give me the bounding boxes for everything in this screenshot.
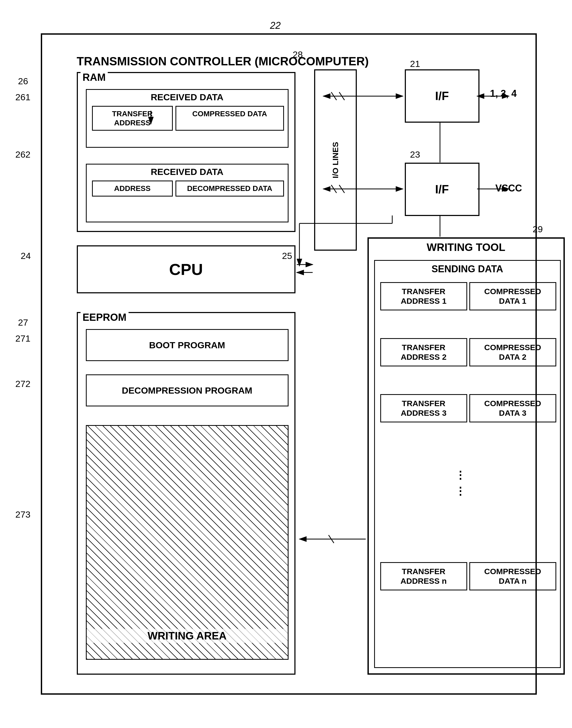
transfer-address-n-cell: TRANSFER ADDRESS n — [380, 562, 467, 590]
decomp-program-label: DECOMPRESSION PROGRAM — [122, 385, 252, 396]
data-row-1: TRANSFER ADDRESS 1 COMPRESSED DATA 1 — [380, 282, 556, 310]
writing-area-hatch — [87, 426, 288, 659]
ref-261: 261 — [15, 92, 31, 102]
ref-24: 24 — [21, 251, 31, 261]
if-label-23: I/F — [435, 183, 449, 196]
decomp-program-box: DECOMPRESSION PROGRAM — [86, 374, 289, 407]
eeprom-label: EEPROM — [80, 312, 129, 323]
transfer-address-2-cell: TRANSFER ADDRESS 2 — [380, 338, 467, 366]
ref-29: 29 — [533, 224, 543, 234]
compressed-data-3-cell: COMPRESSED DATA 3 — [469, 394, 556, 422]
sending-data-label: SENDING DATA — [375, 264, 560, 275]
diagram-page: 22 TRANSMISSION CONTROLLER (MICROCOMPUTE… — [19, 17, 553, 711]
ref-273: 273 — [15, 509, 31, 520]
compressed-data-box: COMPRESSED DATA — [175, 106, 284, 131]
received-data-2-inner: ADDRESS DECOMPRESSED DATA — [92, 180, 284, 197]
data-row-3: TRANSFER ADDRESS 3 COMPRESSED DATA 3 — [380, 394, 556, 422]
writing-tool-label: WRITING TOOL — [369, 241, 564, 253]
compressed-data-2-cell: COMPRESSED DATA 2 — [469, 338, 556, 366]
if-box-21: I/F — [405, 69, 480, 123]
if-box-23: I/F — [405, 163, 480, 216]
eeprom-box: EEPROM BOOT PROGRAM DECOMPRESSION PROGRA… — [77, 312, 295, 675]
transmission-controller-label: TRANSMISSION CONTROLLER (MICROCOMPUTER) — [77, 55, 369, 68]
io-lines-box: I/O LINES — [314, 69, 357, 251]
compressed-data-1-cell: COMPRESSED DATA 1 — [469, 282, 556, 310]
ref-23: 23 — [410, 149, 420, 160]
transfer-address-label: TRANSFER ADDRESS — [112, 110, 152, 127]
address-label: ADDRESS — [114, 184, 151, 193]
received-data-1-label: RECEIVED DATA — [87, 92, 288, 102]
writing-area-label: WRITING AREA — [87, 629, 288, 643]
boot-program-box: BOOT PROGRAM — [86, 329, 289, 361]
transfer-address-1-cell: TRANSFER ADDRESS 1 — [380, 282, 467, 310]
ref-271: 271 — [15, 333, 31, 344]
transfer-address-box: TRANSFER ADDRESS — [92, 106, 173, 131]
ref-262: 262 — [15, 149, 31, 160]
decompressed-data-label: DECOMPRESSED DATA — [187, 184, 272, 193]
sending-data-box: SENDING DATA TRANSFER ADDRESS 1 COMPRESS… — [374, 260, 561, 668]
decompressed-data-box: DECOMPRESSED DATA — [175, 180, 284, 197]
ref-22: 22 — [270, 20, 281, 31]
received-data-2-label: RECEIVED DATA — [87, 167, 288, 177]
if-label-21: I/F — [435, 89, 449, 103]
ref-272: 272 — [15, 379, 31, 389]
dots: ⋮ — [455, 469, 466, 481]
writing-area-box: WRITING AREA — [86, 425, 289, 660]
received-data-2-box: RECEIVED DATA ADDRESS DECOMPRESSED DATA — [86, 164, 289, 222]
transfer-address-3-cell: TRANSFER ADDRESS 3 — [380, 394, 467, 422]
ref-27: 27 — [18, 317, 28, 328]
address-box: ADDRESS — [92, 180, 173, 197]
ref-28: 28 — [293, 49, 303, 60]
cpu-box: CPU — [77, 245, 295, 293]
compressed-data-label: COMPRESSED DATA — [192, 110, 267, 118]
writing-tool-box: WRITING TOOL SENDING DATA TRANSFER ADDRE… — [367, 237, 565, 675]
ram-label: RAM — [80, 72, 108, 83]
transmission-controller-box: TRANSMISSION CONTROLLER (MICROCOMPUTER) … — [41, 33, 537, 695]
data-row-n: TRANSFER ADDRESS n COMPRESSED DATA n — [380, 562, 556, 590]
boot-program-label: BOOT PROGRAM — [149, 340, 225, 350]
svg-line-20 — [329, 535, 334, 543]
received-data-1-inner: TRANSFER ADDRESS COMPRESSED DATA — [92, 106, 284, 131]
io-lines-label: I/O LINES — [331, 142, 340, 178]
cpu-label: CPU — [169, 260, 203, 279]
data-row-2: TRANSFER ADDRESS 2 COMPRESSED DATA 2 — [380, 338, 556, 366]
ram-box: RAM RECEIVED DATA TRANSFER ADDRESS COMPR… — [77, 72, 295, 232]
compressed-data-n-cell: COMPRESSED DATA n — [469, 562, 556, 590]
ext-label: 1, 3, 4 — [490, 88, 517, 99]
ref-26: 26 — [18, 76, 28, 86]
vscc-label: VSCC — [495, 183, 522, 194]
received-data-1-box: RECEIVED DATA TRANSFER ADDRESS COMPRESSE… — [86, 89, 289, 148]
ref-21: 21 — [410, 59, 420, 69]
